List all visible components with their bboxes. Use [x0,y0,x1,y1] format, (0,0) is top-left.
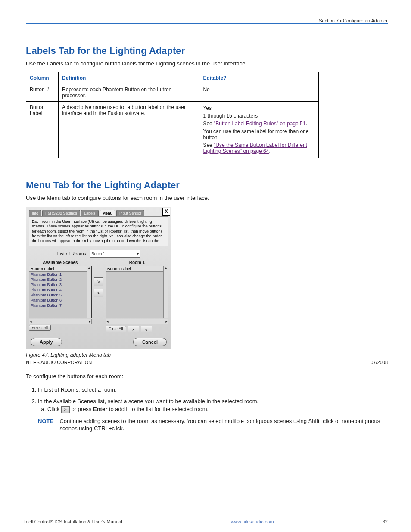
step-2: In the Available Scenes list, select a s… [38,398,388,432]
list-item[interactable]: Phantom Button 4 [29,287,87,292]
th-definition: Definition [59,72,199,84]
cell: A descriptive name used for a button lab… [59,101,199,158]
step-2a: Click > or press Enter to add it to the … [47,405,388,413]
heading-labels: Labels Tab for the Lighting Adapter [26,45,388,56]
list-item[interactable]: Phantom Button 1 [29,272,87,277]
available-scenes-list[interactable]: Button Label Phantom Button 1Phantom But… [29,266,92,318]
room-dropdown[interactable]: Room 1 ▾ [90,250,140,258]
footer-page: 62 [383,519,388,524]
page-footer: IntelliControl® ICS Installation & User'… [23,519,388,524]
labels-table: Column Definition Editable? Button # Rep… [26,72,319,158]
tab-info[interactable]: Info [29,210,41,216]
move-up-button[interactable]: ∧ [128,326,139,333]
cell: Button # [26,84,59,101]
scrollbar-vertical[interactable]: ▲ [163,266,168,318]
table-row: Button Label A descriptive name used for… [26,101,319,158]
cell: Represents each Phantom Button on the Lu… [59,84,199,101]
list-of-rooms-label: List of Rooms: [57,251,87,256]
tab-menu[interactable]: Menu [100,210,116,216]
cell-multiline: Yes1 through 15 charactersSee "Button La… [199,101,319,158]
cell: No [199,84,319,101]
tab-input-sensor[interactable]: Input Sensor [116,210,144,216]
tab-labels[interactable]: Labels [81,210,99,216]
steps-lead: To configure the buttons for each room: [26,373,388,380]
header-rule [26,23,388,24]
guide-left: NILES AUDIO CORPORATION [26,360,92,365]
figure-caption: Figure 47. Lighting adapter Menu tab [26,352,388,358]
table-row: Button # Represents each Phantom Button … [26,84,319,101]
list-item[interactable]: Phantom Button 3 [29,282,87,287]
footer-site-link[interactable]: www.nilesaudio.com [231,519,274,524]
guide-right: 07/2008 [371,360,388,365]
menu-intro: Use the Menu tab to configure buttons fo… [26,194,388,202]
close-icon[interactable]: X [162,208,170,216]
available-scenes-title: Available Scenes [29,260,92,265]
enter-key-label: Enter [93,406,107,412]
move-left-button[interactable]: < [94,289,103,297]
move-right-icon: > [61,406,70,413]
cancel-button[interactable]: Cancel [133,338,167,346]
list-header: Button Label [31,267,54,271]
help-text: Each room in the User Interface (UI) can… [29,216,168,246]
heading-menu: Menu Tab for the Lighting Adapter [26,180,388,191]
menu-tab-screenshot: X InfoIR/RS232 SettingsLabelsMenuInput S… [26,207,171,349]
move-down-button[interactable]: ∨ [141,326,152,333]
intro-text: Use the Labels tab to configure button l… [26,60,388,68]
scrollbar-horizontal[interactable]: ◄► [106,319,168,324]
list-item[interactable]: Phantom Button 7 [29,303,87,308]
dropdown-value: Room 1 [91,252,105,256]
th-editable: Editable? [199,72,319,84]
list-header: Button Label [107,267,131,271]
room-scenes-title: Room 1 [106,260,168,265]
scrollbar-horizontal[interactable]: ◄► [29,319,92,324]
move-right-button[interactable]: > [94,277,103,286]
note-text: Continue adding scenes to the room as ne… [59,417,388,432]
list-item[interactable]: Phantom Button 6 [29,298,87,303]
section-head: Section 7 • Configure an Adapter [319,18,388,23]
chevron-down-icon: ▾ [137,252,139,256]
step-1: In List of Rooms, select a room. [38,386,388,394]
select-all-button[interactable]: Select All [29,325,51,331]
footer-manual: IntelliControl® ICS Installation & User'… [23,519,122,524]
cell: Button Label [26,101,59,158]
scrollbar-vertical[interactable]: ▲ [87,266,91,318]
list-item[interactable]: Phantom Button 2 [29,277,87,282]
apply-button[interactable]: Apply [31,338,62,346]
tab-ir-rs232-settings[interactable]: IR/RS232 Settings [42,210,80,216]
th-column: Column [26,72,59,84]
tab-bar: InfoIR/RS232 SettingsLabelsMenuInput Sen… [26,207,171,216]
clear-all-button[interactable]: Clear All [106,326,126,333]
list-item[interactable]: Phantom Button 5 [29,292,87,298]
note-label: NOTE [38,417,56,432]
room-scenes-list[interactable]: Button Label ▲ [106,266,168,318]
